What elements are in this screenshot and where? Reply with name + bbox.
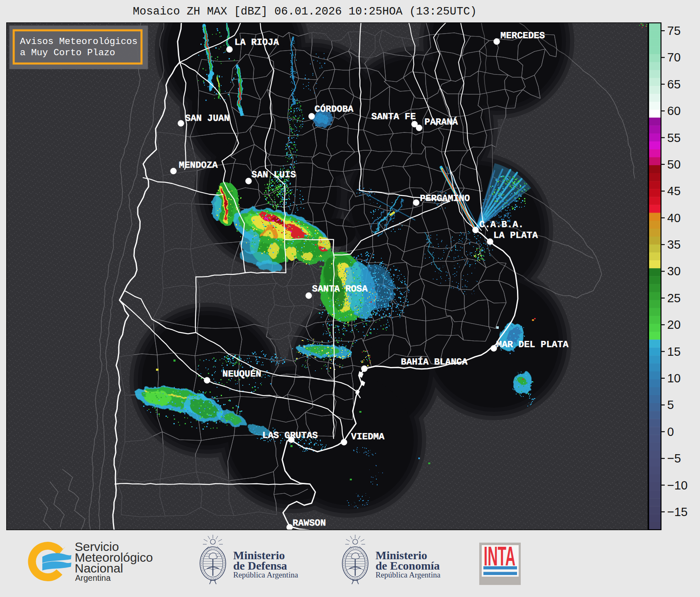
svg-text:SAN JUAN: SAN JUAN xyxy=(185,113,229,124)
svg-text:C.A.B.A.: C.A.B.A. xyxy=(479,219,524,230)
svg-text:Argentina: Argentina xyxy=(75,573,111,582)
svg-text:LA PLATA: LA PLATA xyxy=(493,230,538,241)
svg-text:LAS GRUTAS: LAS GRUTAS xyxy=(262,430,318,441)
svg-text:República Argentina: República Argentina xyxy=(233,570,298,579)
svg-text:SANTA ROSA: SANTA ROSA xyxy=(312,284,368,294)
svg-text:MAR DEL PLATA: MAR DEL PLATA xyxy=(496,339,569,350)
svg-text:VIEDMA: VIEDMA xyxy=(351,431,385,442)
svg-text:NEUQUÉN: NEUQUÉN xyxy=(222,369,261,379)
svg-text:MERCEDES: MERCEDES xyxy=(500,30,545,41)
svg-text:LA RIOJA: LA RIOJA xyxy=(234,37,279,48)
svg-text:RAWSON: RAWSON xyxy=(293,518,326,528)
svg-text:PARANÁ: PARANÁ xyxy=(424,117,458,127)
svg-text:CÓRDOBA: CÓRDOBA xyxy=(315,104,354,115)
svg-text:MENDOZA: MENDOZA xyxy=(179,160,218,171)
svg-text:SANTA FE: SANTA FE xyxy=(371,111,416,122)
svg-text:BAHÍA BLANCA: BAHÍA BLANCA xyxy=(401,357,468,367)
svg-text:a Muy Corto Plazo: a Muy Corto Plazo xyxy=(20,47,115,58)
svg-text:SAN LUIS: SAN LUIS xyxy=(251,169,296,180)
svg-text:Avisos Meteorológicos: Avisos Meteorológicos xyxy=(20,36,138,47)
svg-text:PERGAMINO: PERGAMINO xyxy=(420,193,470,204)
svg-text:República Argentina: República Argentina xyxy=(376,570,441,579)
